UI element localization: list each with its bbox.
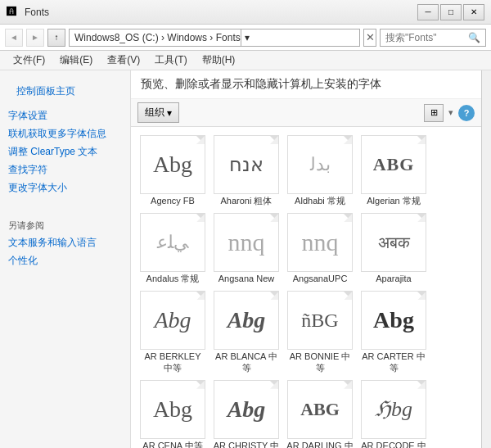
font-label: AR CHRISTY 中等 [213, 441, 280, 448]
font-preview-text: Abg [153, 398, 192, 421]
font-label: Andalus 常规 [146, 274, 200, 284]
toolbar: 组织 ▾ ⊞ ▾ ? [131, 99, 481, 127]
window-icon: 🅰 [7, 6, 20, 19]
view-arrow[interactable]: ▾ [448, 107, 453, 118]
font-item[interactable]: ﺑﺪﻟAldhabi 常规 [285, 133, 355, 208]
sidebar: 控制面板主页 字体设置 联机获取更多字体信息 调整 ClearType 文本 查… [0, 70, 131, 448]
help-button[interactable]: ? [458, 105, 475, 121]
sidebar-font-settings[interactable]: 字体设置 [0, 106, 130, 124]
font-label: Aparajita [376, 274, 411, 284]
view-button[interactable]: ⊞ [424, 104, 444, 122]
close-button[interactable]: ✕ [463, 4, 484, 20]
font-label: AR BLANCA 中等 [213, 351, 280, 373]
font-item[interactable]: ℌbgAR DECODE 中等 [358, 378, 429, 448]
main-area: 控制面板主页 字体设置 联机获取更多字体信息 调整 ClearType 文本 查… [0, 70, 491, 448]
font-preview-text: אנח [229, 155, 264, 174]
font-item[interactable]: AbgAR CENA 中等 [137, 378, 208, 448]
organize-arrow: ▾ [167, 107, 172, 119]
font-preview-box: Abg [140, 135, 205, 194]
font-item[interactable]: AbgAgency FB [137, 133, 208, 208]
also-see-title: 另请参阅 [0, 213, 130, 233]
font-preview-box: ñBG [287, 291, 353, 350]
scrollbar[interactable] [481, 70, 491, 448]
font-grid-wrapper: AbgAgency FBאנחAharoni 粗体ﺑﺪﻟAldhabi 常规AB… [131, 127, 481, 448]
address-path[interactable]: Windows8_OS (C:) › Windows › Fonts ▾ [69, 29, 360, 47]
font-label: Algerian 常规 [367, 196, 420, 206]
font-item[interactable]: ﻲﻠﻋAndalus 常规 [137, 211, 208, 286]
menu-edit[interactable]: 编辑(E) [53, 52, 99, 69]
path-text: Windows8_OS (C:) › Windows › Fonts [74, 32, 241, 43]
font-preview-text: ñBG [301, 310, 338, 330]
font-item[interactable]: ABGAlgerian 常规 [358, 133, 429, 208]
font-preview-text: Abg [227, 398, 266, 421]
font-label: AR CENA 中等 [142, 441, 202, 448]
font-item[interactable]: AbgAR CHRISTY 中等 [211, 378, 282, 448]
path-dropdown[interactable]: ▾ [241, 29, 254, 46]
menu-help[interactable]: 帮助(H) [196, 52, 242, 69]
font-item[interactable]: nnqAngsana New [211, 211, 282, 286]
font-item[interactable]: nnqAngsanaUPC [285, 211, 355, 286]
font-item[interactable]: ABGAR DARLING 中等 [285, 378, 355, 448]
up-button[interactable]: ↑ [47, 29, 65, 47]
font-preview-box: अबक [361, 213, 426, 272]
font-item[interactable]: אנחAharoni 粗体 [211, 133, 282, 208]
font-preview-box: ABG [287, 380, 353, 439]
menu-bar: 文件(F) 编辑(E) 查看(V) 工具(T) 帮助(H) [0, 51, 491, 70]
maximize-button[interactable]: □ [440, 4, 462, 20]
back-button[interactable]: ◄ [5, 29, 23, 47]
font-preview-text: Abg [227, 309, 266, 332]
font-preview-box: nnq [214, 213, 279, 272]
font-preview-text: ABG [373, 156, 415, 174]
sidebar-cleartype[interactable]: 调整 ClearType 文本 [0, 143, 130, 161]
font-label: AR BERKLEY 中等 [139, 351, 206, 373]
content-area: 预览、删除或者显示和隐藏计算机上安装的字体 组织 ▾ ⊞ ▾ ? AbgAgen… [131, 70, 481, 448]
organize-label: 组织 [145, 106, 164, 120]
font-preview-box: nnq [287, 213, 353, 272]
sidebar-personalize[interactable]: 个性化 [0, 251, 130, 269]
font-preview-text: अबक [378, 234, 410, 251]
font-label: AR DECODE 中等 [360, 441, 427, 448]
font-label: AngsanaUPC [293, 274, 348, 284]
organize-button[interactable]: 组织 ▾ [137, 102, 179, 123]
sidebar-control-panel[interactable]: 控制面板主页 [8, 82, 122, 100]
font-preview-text: Abg [154, 309, 191, 332]
font-preview-text: Abg [153, 153, 192, 176]
clear-button[interactable]: ✕ [363, 29, 376, 47]
font-item[interactable]: अबकAparajita [358, 211, 429, 286]
sidebar-text-services[interactable]: 文本服务和输入语言 [0, 233, 130, 251]
font-preview-box: Abg [140, 291, 205, 350]
menu-view[interactable]: 查看(V) [101, 52, 146, 69]
font-label: Aldhabi 常规 [295, 196, 345, 206]
font-preview-text: ℌbg [375, 399, 412, 420]
font-label: Agency FB [151, 196, 195, 206]
font-preview-text: nnq [228, 230, 265, 255]
forward-button[interactable]: ► [26, 29, 44, 47]
search-input[interactable] [385, 32, 468, 43]
font-preview-text: ABG [300, 400, 340, 419]
minimize-button[interactable]: ─ [417, 4, 439, 20]
font-preview-text: nnq [302, 230, 339, 255]
font-label: AR CARTER 中等 [360, 351, 427, 373]
font-item[interactable]: AbgAR BLANCA 中等 [211, 289, 282, 374]
font-item[interactable]: AbgAR CARTER 中等 [358, 289, 429, 374]
window-title: Fonts [25, 7, 49, 18]
page-title: 预览、删除或者显示和隐藏计算机上安装的字体 [141, 77, 471, 92]
menu-file[interactable]: 文件(F) [7, 52, 52, 69]
font-preview-box: ABG [361, 135, 426, 194]
font-preview-box: Abg [214, 291, 279, 350]
sidebar-get-fonts[interactable]: 联机获取更多字体信息 [0, 124, 130, 143]
search-icon: 🔍 [468, 32, 480, 43]
address-bar: ◄ ► ↑ Windows8_OS (C:) › Windows › Fonts… [0, 25, 491, 51]
font-preview-text: Abg [373, 309, 414, 332]
sidebar-change-size[interactable]: 更改字体大小 [0, 179, 130, 197]
font-label: Aharoni 粗体 [221, 196, 273, 206]
sidebar-find-char[interactable]: 查找字符 [0, 161, 130, 179]
font-preview-box: ﺑﺪﻟ [287, 135, 353, 194]
font-preview-box: Abg [140, 380, 205, 439]
search-box[interactable]: 🔍 [380, 29, 486, 47]
font-item[interactable]: AbgAR BERKLEY 中等 [137, 289, 208, 374]
font-label: Angsana New [218, 274, 275, 284]
menu-tools[interactable]: 工具(T) [148, 52, 193, 69]
font-item[interactable]: ñBGAR BONNIE 中等 [285, 289, 355, 374]
font-preview-text: ﺑﺪﻟ [310, 156, 331, 174]
